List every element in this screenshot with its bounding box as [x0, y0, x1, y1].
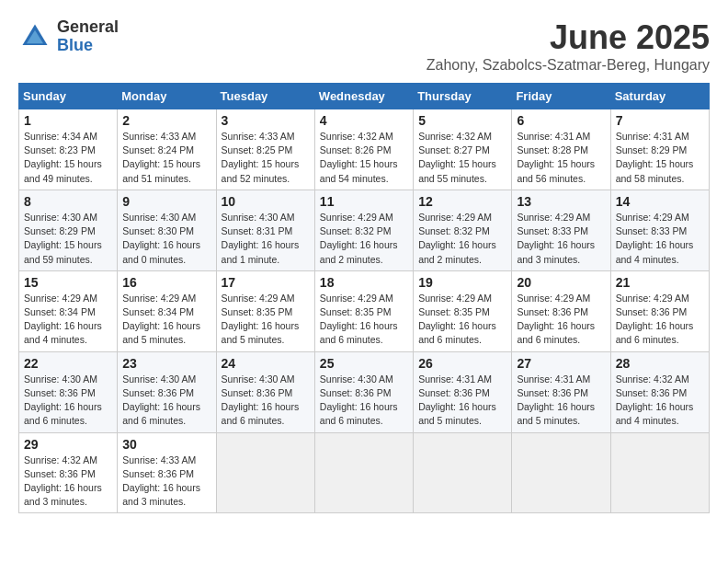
calendar-cell: 4Sunrise: 4:32 AMSunset: 8:26 PMDaylight…	[314, 109, 413, 190]
day-number: 12	[418, 194, 506, 209]
day-number: 10	[222, 194, 310, 209]
day-number: 22	[24, 356, 112, 371]
day-number: 4	[320, 113, 408, 128]
calendar-cell: 21Sunrise: 4:29 AMSunset: 8:36 PMDayligh…	[610, 270, 709, 351]
logo-general-text: General	[57, 18, 119, 37]
day-number: 1	[24, 113, 112, 128]
day-header-monday: Monday	[118, 84, 216, 109]
day-info: Sunrise: 4:29 AMSunset: 8:36 PMDaylight:…	[517, 292, 605, 348]
day-number: 26	[418, 356, 506, 371]
calendar-cell: 23Sunrise: 4:30 AMSunset: 8:36 PMDayligh…	[118, 351, 216, 432]
day-number: 5	[418, 113, 506, 128]
calendar-cell: 2Sunrise: 4:33 AMSunset: 8:24 PMDaylight…	[118, 109, 216, 190]
page-header: General Blue June 2025 Zahony, Szabolcs-…	[18, 18, 710, 74]
day-info: Sunrise: 4:33 AMSunset: 8:36 PMDaylight:…	[122, 454, 210, 510]
day-info: Sunrise: 4:30 AMSunset: 8:36 PMDaylight:…	[222, 373, 310, 429]
day-number: 30	[122, 437, 210, 452]
day-number: 7	[616, 113, 704, 128]
day-info: Sunrise: 4:31 AMSunset: 8:28 PMDaylight:…	[517, 130, 605, 186]
calendar-cell: 6Sunrise: 4:31 AMSunset: 8:28 PMDaylight…	[512, 109, 610, 190]
day-info: Sunrise: 4:29 AMSunset: 8:33 PMDaylight:…	[517, 211, 605, 267]
calendar-cell: 9Sunrise: 4:30 AMSunset: 8:30 PMDaylight…	[118, 190, 216, 270]
logo-icon	[18, 20, 51, 53]
calendar-week-row: 15Sunrise: 4:29 AMSunset: 8:34 PMDayligh…	[19, 270, 710, 351]
title-area: June 2025 Zahony, Szabolcs-Szatmar-Bereg…	[427, 18, 710, 74]
logo-text: General Blue	[57, 18, 119, 55]
day-number: 18	[320, 275, 408, 290]
day-number: 15	[24, 275, 112, 290]
calendar-cell: 10Sunrise: 4:30 AMSunset: 8:31 PMDayligh…	[216, 190, 314, 270]
day-header-thursday: Thursday	[414, 84, 512, 109]
day-number: 9	[122, 194, 210, 209]
calendar-cell: 15Sunrise: 4:29 AMSunset: 8:34 PMDayligh…	[19, 270, 118, 351]
calendar-cell: 26Sunrise: 4:31 AMSunset: 8:36 PMDayligh…	[414, 351, 512, 432]
day-info: Sunrise: 4:29 AMSunset: 8:34 PMDaylight:…	[24, 292, 112, 348]
day-info: Sunrise: 4:32 AMSunset: 8:36 PMDaylight:…	[616, 373, 704, 429]
calendar-cell: 18Sunrise: 4:29 AMSunset: 8:35 PMDayligh…	[314, 270, 413, 351]
calendar-cell: 17Sunrise: 4:29 AMSunset: 8:35 PMDayligh…	[216, 270, 314, 351]
day-info: Sunrise: 4:30 AMSunset: 8:36 PMDaylight:…	[24, 373, 112, 429]
calendar-week-row: 22Sunrise: 4:30 AMSunset: 8:36 PMDayligh…	[19, 351, 710, 432]
day-number: 20	[517, 275, 605, 290]
day-header-saturday: Saturday	[610, 84, 709, 109]
calendar-cell: 25Sunrise: 4:30 AMSunset: 8:36 PMDayligh…	[314, 351, 413, 432]
calendar-week-row: 1Sunrise: 4:34 AMSunset: 8:23 PMDaylight…	[19, 109, 710, 190]
day-info: Sunrise: 4:29 AMSunset: 8:32 PMDaylight:…	[418, 211, 506, 267]
calendar-cell: 19Sunrise: 4:29 AMSunset: 8:35 PMDayligh…	[414, 270, 512, 351]
day-info: Sunrise: 4:34 AMSunset: 8:23 PMDaylight:…	[24, 130, 112, 186]
calendar-cell: 11Sunrise: 4:29 AMSunset: 8:32 PMDayligh…	[314, 190, 413, 270]
calendar-week-row: 8Sunrise: 4:30 AMSunset: 8:29 PMDaylight…	[19, 190, 710, 270]
day-info: Sunrise: 4:33 AMSunset: 8:25 PMDaylight:…	[222, 130, 310, 186]
day-info: Sunrise: 4:30 AMSunset: 8:31 PMDaylight:…	[222, 211, 310, 267]
calendar-cell: 1Sunrise: 4:34 AMSunset: 8:23 PMDaylight…	[19, 109, 118, 190]
calendar-cell: 13Sunrise: 4:29 AMSunset: 8:33 PMDayligh…	[512, 190, 610, 270]
calendar-cell: 8Sunrise: 4:30 AMSunset: 8:29 PMDaylight…	[19, 190, 118, 270]
calendar-cell	[512, 432, 610, 513]
day-header-tuesday: Tuesday	[216, 84, 314, 109]
day-info: Sunrise: 4:32 AMSunset: 8:27 PMDaylight:…	[418, 130, 506, 186]
day-number: 21	[616, 275, 704, 290]
day-number: 28	[616, 356, 704, 371]
calendar-title: June 2025	[427, 18, 710, 57]
calendar-cell: 30Sunrise: 4:33 AMSunset: 8:36 PMDayligh…	[118, 432, 216, 513]
calendar-cell	[216, 432, 314, 513]
day-number: 23	[122, 356, 210, 371]
day-number: 24	[222, 356, 310, 371]
day-number: 3	[222, 113, 310, 128]
calendar-cell: 14Sunrise: 4:29 AMSunset: 8:33 PMDayligh…	[610, 190, 709, 270]
calendar-week-row: 29Sunrise: 4:32 AMSunset: 8:36 PMDayligh…	[19, 432, 710, 513]
day-header-sunday: Sunday	[19, 84, 118, 109]
calendar-header-row: SundayMondayTuesdayWednesdayThursdayFrid…	[19, 84, 710, 109]
day-number: 13	[517, 194, 605, 209]
day-header-wednesday: Wednesday	[314, 84, 413, 109]
day-header-friday: Friday	[512, 84, 610, 109]
day-number: 19	[418, 275, 506, 290]
day-info: Sunrise: 4:33 AMSunset: 8:24 PMDaylight:…	[122, 130, 210, 186]
calendar-cell: 12Sunrise: 4:29 AMSunset: 8:32 PMDayligh…	[414, 190, 512, 270]
calendar-table: SundayMondayTuesdayWednesdayThursdayFrid…	[18, 83, 710, 513]
calendar-cell: 24Sunrise: 4:30 AMSunset: 8:36 PMDayligh…	[216, 351, 314, 432]
day-number: 14	[616, 194, 704, 209]
calendar-cell: 16Sunrise: 4:29 AMSunset: 8:34 PMDayligh…	[118, 270, 216, 351]
calendar-cell: 28Sunrise: 4:32 AMSunset: 8:36 PMDayligh…	[610, 351, 709, 432]
day-info: Sunrise: 4:30 AMSunset: 8:36 PMDaylight:…	[320, 373, 408, 429]
calendar-cell: 22Sunrise: 4:30 AMSunset: 8:36 PMDayligh…	[19, 351, 118, 432]
day-info: Sunrise: 4:29 AMSunset: 8:34 PMDaylight:…	[122, 292, 210, 348]
day-info: Sunrise: 4:29 AMSunset: 8:33 PMDaylight:…	[616, 211, 704, 267]
calendar-cell	[414, 432, 512, 513]
day-info: Sunrise: 4:32 AMSunset: 8:26 PMDaylight:…	[320, 130, 408, 186]
day-number: 17	[222, 275, 310, 290]
calendar-cell: 3Sunrise: 4:33 AMSunset: 8:25 PMDaylight…	[216, 109, 314, 190]
calendar-cell	[610, 432, 709, 513]
day-number: 16	[122, 275, 210, 290]
calendar-cell	[314, 432, 413, 513]
day-info: Sunrise: 4:32 AMSunset: 8:36 PMDaylight:…	[24, 454, 112, 510]
calendar-cell: 27Sunrise: 4:31 AMSunset: 8:36 PMDayligh…	[512, 351, 610, 432]
day-info: Sunrise: 4:31 AMSunset: 8:29 PMDaylight:…	[616, 130, 704, 186]
day-number: 27	[517, 356, 605, 371]
calendar-cell: 5Sunrise: 4:32 AMSunset: 8:27 PMDaylight…	[414, 109, 512, 190]
day-number: 11	[320, 194, 408, 209]
day-number: 6	[517, 113, 605, 128]
day-info: Sunrise: 4:31 AMSunset: 8:36 PMDaylight:…	[517, 373, 605, 429]
calendar-cell: 7Sunrise: 4:31 AMSunset: 8:29 PMDaylight…	[610, 109, 709, 190]
